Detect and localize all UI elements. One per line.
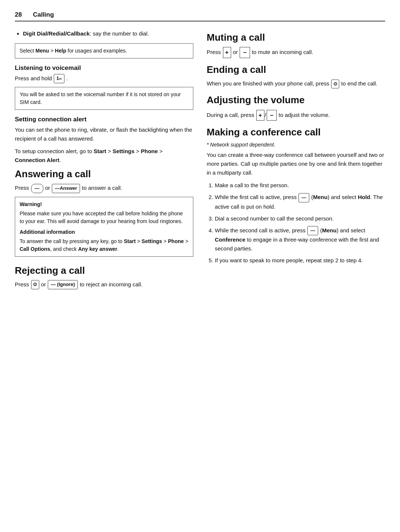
voicemail-note-text: You will be asked to set the voicemail n… xyxy=(20,91,181,105)
voicemail-section: Listening to voicemail Press and hold 1∞… xyxy=(15,64,193,110)
connection-alert-heading: Setting connection alert xyxy=(15,116,193,123)
ending-section: Ending a call When you are finished with… xyxy=(207,64,385,89)
two-col-layout: Digit Dial/Redial/Callback: say the numb… xyxy=(15,30,385,293)
connection-alert-body: You can set the phone to ring, vibrate, … xyxy=(15,125,193,143)
vol-plus-key: + xyxy=(256,110,264,121)
vol-minus-key: − xyxy=(267,110,277,121)
rejecting-heading: Rejecting a call xyxy=(15,265,193,276)
menu-key-step4: — xyxy=(307,226,318,235)
answering-body: Press — or — Answer to answer a call. xyxy=(15,183,193,193)
rejecting-section: Rejecting a call Press ⊙ or — (Ignore) t… xyxy=(15,265,193,290)
minus-key: − xyxy=(240,47,250,58)
warning-box: Warning! Please make sure you have accep… xyxy=(15,197,193,257)
end-call-key: ⊙ xyxy=(331,80,339,89)
list-item: Make a call to the first person. xyxy=(215,181,385,190)
voicemail-press-text: Press and hold 1∞ . xyxy=(15,74,193,83)
list-item: Dial a second number to call the second … xyxy=(215,214,385,223)
answer-soft-key2: — Answer xyxy=(52,184,80,193)
answering-heading: Answering a call xyxy=(15,168,193,180)
muting-section: Muting a call Press + or − to mute an in… xyxy=(207,32,385,58)
ignore-key: — (Ignore) xyxy=(48,280,78,289)
muting-heading: Muting a call xyxy=(207,32,385,43)
network-note: * Network support dependent. xyxy=(207,142,385,148)
conference-heading: Making a conference call xyxy=(207,127,385,138)
voicemail-key: 1∞ xyxy=(54,74,64,83)
end-key-icon: ⊙ xyxy=(31,280,39,289)
volume-heading: Adjusting the volume xyxy=(207,94,385,106)
conference-section: Making a conference call * Network suppo… xyxy=(207,127,385,265)
page: 28 Calling Digit Dial/Redial/Callback: s… xyxy=(0,0,400,532)
plus-key: + xyxy=(223,47,231,58)
warning-label: Warning! xyxy=(20,201,189,208)
bullet-label: Digit Dial/Redial/Callback xyxy=(23,30,90,37)
left-column: Digit Dial/Redial/Callback: say the numb… xyxy=(15,30,193,293)
muting-text: to mute an incoming call. xyxy=(252,49,313,55)
volume-section: Adjusting the volume During a call, pres… xyxy=(207,94,385,121)
volume-body: During a call, press +/− to adjust the v… xyxy=(207,110,385,121)
list-item: Digit Dial/Redial/Callback: say the numb… xyxy=(23,30,193,38)
menu-note-box: Select Menu > Help for usages and exampl… xyxy=(15,43,193,58)
press-hold-text: Press and hold xyxy=(15,75,52,81)
conference-intro: You can create a three-way conference ca… xyxy=(207,151,385,177)
menu-note-text: Select Menu > Help for usages and exampl… xyxy=(20,48,127,54)
voicemail-heading: Listening to voicemail xyxy=(15,64,193,72)
additional-info-text: To answer the call by pressing any key, … xyxy=(20,238,189,253)
ending-heading: Ending a call xyxy=(207,64,385,75)
right-column: Muting a call Press + or − to mute an in… xyxy=(207,30,385,293)
voicemail-note-box: You will be asked to set the voicemail n… xyxy=(15,87,193,110)
page-number: 28 xyxy=(15,11,22,18)
list-item: While the first call is active, press — … xyxy=(215,193,385,211)
answer-soft-key1: — xyxy=(31,184,43,193)
warning-text: Please make sure you have accepted the c… xyxy=(20,210,189,225)
answering-section: Answering a call Press — or — Answer to … xyxy=(15,168,193,257)
muting-body: Press + or − to mute an incoming call. xyxy=(207,47,385,58)
list-item: While the second call is active, press —… xyxy=(215,226,385,253)
additional-info-label: Additional information xyxy=(20,228,189,236)
list-item: If you want to speak to more people, rep… xyxy=(215,256,385,265)
page-header: 28 Calling xyxy=(15,11,385,21)
ending-body: When you are finished with your phone ca… xyxy=(207,79,385,88)
page-title: Calling xyxy=(33,11,54,18)
rejecting-body: Press ⊙ or — (Ignore) to reject an incom… xyxy=(15,280,193,289)
conference-steps-list: Make a call to the first person. While t… xyxy=(207,181,385,265)
connection-alert-section: Setting connection alert You can set the… xyxy=(15,116,193,165)
menu-key-step2: — xyxy=(299,193,309,202)
connection-alert-instruction: To setup connection alert, go to Start >… xyxy=(15,147,193,165)
bullet-text: : say the number to dial. xyxy=(90,30,149,37)
bullet-list: Digit Dial/Redial/Callback: say the numb… xyxy=(15,30,193,38)
